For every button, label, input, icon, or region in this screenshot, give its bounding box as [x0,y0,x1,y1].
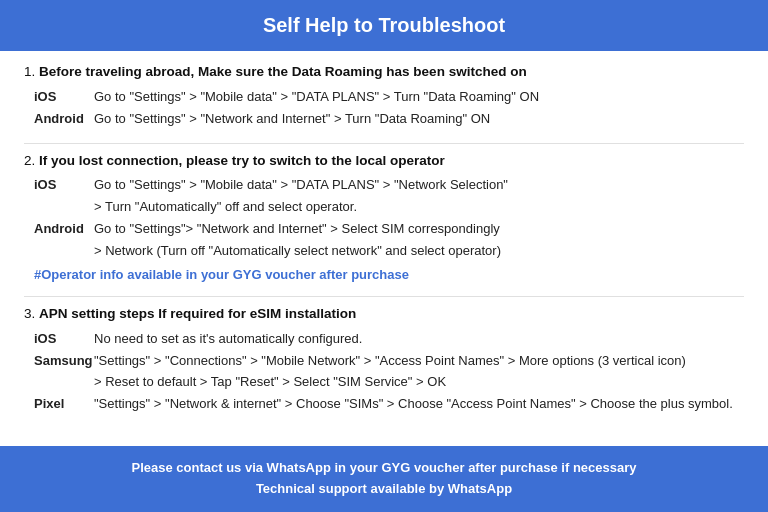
section-2: 2. If you lost connection, please try to… [24,152,744,282]
section-1-title: 1. Before traveling abroad, Make sure th… [24,63,744,82]
android-label-1: Android [34,110,94,129]
android-label-2: Android [34,220,94,239]
footer-line1: Please contact us via WhatsApp in your G… [20,458,748,479]
page-title: Self Help to Troubleshoot [20,14,748,37]
footer-line2: Technical support available by WhatsApp [20,479,748,500]
pixel-desc: "Settings" > "Network & internet" > Choo… [94,395,744,414]
divider-1 [24,143,744,144]
main-content: 1. Before traveling abroad, Make sure th… [0,51,768,438]
ios-desc-3: No need to set as it's automatically con… [94,330,744,349]
samsung-label: Samsung [34,352,94,371]
ios-label-1: iOS [34,88,94,107]
ios-label-2: iOS [34,176,94,195]
section-3-pixel-row: Pixel "Settings" > "Network & internet" … [24,395,744,414]
samsung-desc: "Settings" > "Connections" > "Mobile Net… [94,352,744,371]
section-3-samsung-row: Samsung "Settings" > "Connections" > "Mo… [24,352,744,371]
section-3: 3. APN setting steps If required for eSI… [24,305,744,414]
android-desc-2: Go to "Settings"> "Network and Internet"… [94,220,744,239]
page-footer: Please contact us via WhatsApp in your G… [0,446,768,512]
section-2-android-row: Android Go to "Settings"> "Network and I… [24,220,744,239]
ios-desc-1: Go to "Settings" > "Mobile data" > "DATA… [94,88,744,107]
section-3-title: 3. APN setting steps If required for eSI… [24,305,744,324]
section-2-ios-indent: > Turn "Automatically" off and select op… [24,198,744,217]
divider-2 [24,296,744,297]
pixel-label: Pixel [34,395,94,414]
section-1-android-row: Android Go to "Settings" > "Network and … [24,110,744,129]
page-header: Self Help to Troubleshoot [0,0,768,51]
section-1: 1. Before traveling abroad, Make sure th… [24,63,744,129]
ios-label-3: iOS [34,330,94,349]
section-1-ios-row: iOS Go to "Settings" > "Mobile data" > "… [24,88,744,107]
section-3-ios-row: iOS No need to set as it's automatically… [24,330,744,349]
section-2-ios-row: iOS Go to "Settings" > "Mobile data" > "… [24,176,744,195]
section-2-android-indent: > Network (Turn off "Automatically selec… [24,242,744,261]
section-3-samsung-indent: > Reset to default > Tap "Reset" > Selec… [24,373,744,392]
section-2-highlight: #Operator info available in your GYG vou… [24,267,744,282]
android-desc-1: Go to "Settings" > "Network and Internet… [94,110,744,129]
ios-desc-2: Go to "Settings" > "Mobile data" > "DATA… [94,176,744,195]
section-2-title: 2. If you lost connection, please try to… [24,152,744,171]
